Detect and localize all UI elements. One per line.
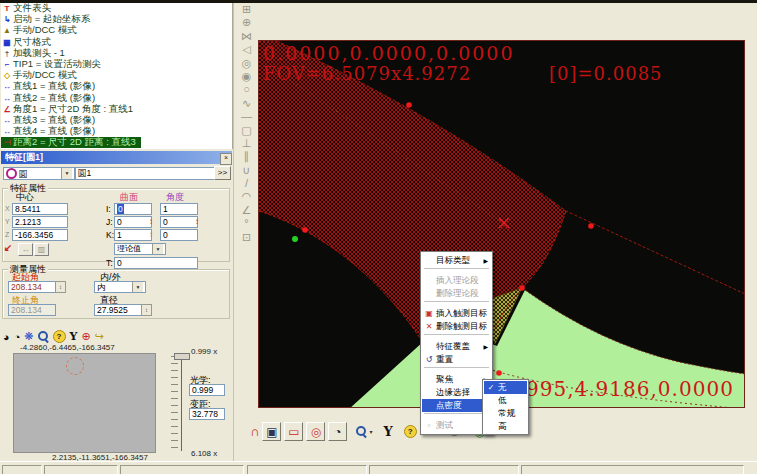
target-list-icon[interactable]: ▥ xyxy=(34,243,49,256)
measurement-viewport[interactable]: 0.0000,0.0000,0.0000 FOV=6.5079x4.9272 [… xyxy=(258,40,745,408)
context-menu-item[interactable]: 插入理论段 xyxy=(422,274,491,287)
vtool-icon[interactable]: ◁ xyxy=(234,43,259,56)
center-z-field[interactable]: -166.3456 xyxy=(12,229,68,241)
t-field[interactable]: 0 xyxy=(114,257,198,269)
measure-mode-icon[interactable]: ↔ xyxy=(18,243,33,256)
context-menu-item[interactable] xyxy=(424,367,489,372)
vector-i1-field[interactable]: 0 xyxy=(114,203,152,215)
camera-icon[interactable]: ▣ xyxy=(262,422,281,441)
zoom-slider-handle[interactable] xyxy=(174,353,190,360)
submenu-item[interactable]: 低 xyxy=(484,394,527,407)
vtool-icon[interactable]: ° xyxy=(234,217,259,230)
context-menu-item[interactable] xyxy=(424,334,489,339)
magnet-icon[interactable]: ∩ xyxy=(250,422,259,442)
context-menu-item[interactable] xyxy=(424,301,489,306)
vtool-icon[interactable]: ◉ xyxy=(234,70,259,83)
vtool-icon[interactable]: ∿ xyxy=(234,97,259,110)
lamp-help-icon[interactable]: ? xyxy=(53,330,66,343)
menu-item-label: 插入触测目标 xyxy=(436,308,487,320)
context-menu-item[interactable] xyxy=(424,413,489,418)
chevron-down-icon[interactable]: ▾ xyxy=(369,428,372,435)
vtool-icon[interactable]: — xyxy=(234,110,259,123)
context-menu-item[interactable]: 删除理论段 xyxy=(422,287,491,300)
vector-k1-field[interactable]: 1 xyxy=(114,229,152,241)
vtool-glyph: ∿ xyxy=(242,97,251,109)
vtool-icon[interactable]: ○ xyxy=(234,83,259,96)
tree-item-icon: ↔ xyxy=(1,82,13,91)
tree-item[interactable]: ⊣ 距离2 = 尺寸 2D 距离 : 直线3 xyxy=(1,137,141,148)
submenu-item[interactable]: 常规 xyxy=(484,407,527,420)
status-cell xyxy=(369,465,519,474)
close-icon[interactable]: × xyxy=(220,153,232,165)
vtool-icon[interactable]: / xyxy=(234,177,259,190)
funnel-icon[interactable]: Y xyxy=(70,330,78,343)
vtool-icon[interactable]: ⊞ xyxy=(234,3,259,16)
diameter-field[interactable]: 27.9525 xyxy=(94,304,146,316)
spinner-icon[interactable]: ↕ xyxy=(149,230,153,239)
vtool-icon[interactable]: ◠ xyxy=(234,190,259,203)
vector-flip-icon[interactable]: ↙ xyxy=(4,242,12,253)
vector-i2-field[interactable]: 1 xyxy=(160,203,198,215)
tree-item-icon: ◇ xyxy=(1,71,13,80)
vector-k2-field[interactable]: 0 xyxy=(160,229,198,241)
vtool-icon[interactable]: ⊕ xyxy=(234,16,259,29)
feature-name-input[interactable]: 圆1 xyxy=(75,167,215,180)
submenu-item[interactable]: 高 xyxy=(484,420,527,433)
vtool-icon[interactable]: ⊥ xyxy=(234,137,259,150)
context-menu-item[interactable]: 特征覆盖 ▶ xyxy=(422,340,491,353)
magnifier-icon[interactable] xyxy=(38,331,49,342)
context-menu-item[interactable]: 聚焦 ▶ xyxy=(422,373,491,386)
vtool-icon[interactable]: ▢ xyxy=(234,124,259,137)
calibration-star-icon[interactable]: ❋ xyxy=(24,330,33,343)
more-button[interactable]: >> xyxy=(214,166,231,180)
context-menu-item[interactable]: ▫ 测试 xyxy=(422,419,491,432)
context-menu-item[interactable]: 边缘选择 ▶ xyxy=(422,386,491,399)
chevron-down-icon[interactable]: ▼ xyxy=(61,168,72,179)
feature-panel-titlebar[interactable]: 特征[圆1] xyxy=(1,151,232,164)
feature-type-combo[interactable]: 圆 ▼ xyxy=(3,167,75,180)
protractor-icon[interactable]: ◔ xyxy=(328,422,347,441)
contrast-light-icon[interactable]: ◔ xyxy=(14,331,21,343)
vtool-icon[interactable]: ∠ xyxy=(234,204,259,217)
inout-dropdown[interactable]: 内 ▼ xyxy=(94,281,146,293)
spinner-icon[interactable]: ↕ xyxy=(195,217,199,226)
context-menu-item[interactable] xyxy=(424,268,489,273)
live-camera-view[interactable] xyxy=(13,353,156,453)
funnel-icon[interactable]: Y xyxy=(383,422,392,442)
vtool-icon[interactable]: ⊡ xyxy=(234,231,259,244)
context-menu-item[interactable]: 目标类型 ▶ xyxy=(422,254,491,267)
vector-j2-field[interactable]: 0 xyxy=(160,216,198,228)
center-y-field[interactable]: 2.1213 xyxy=(12,216,68,228)
vtool-icon[interactable]: ◎ xyxy=(234,57,259,70)
spinner-icon[interactable]: ↕ xyxy=(149,217,153,226)
target-circle-icon[interactable]: ◎ xyxy=(306,422,325,441)
zoom-slider-track[interactable] xyxy=(181,355,182,451)
contrast-dark-icon[interactable]: ◕ xyxy=(3,331,10,343)
optical-field[interactable]: 0.999 xyxy=(189,384,225,396)
magnifier-icon[interactable] xyxy=(356,426,367,437)
theo-dropdown[interactable]: 理论值 ▼ xyxy=(114,243,166,255)
chevron-down-icon[interactable]: ▼ xyxy=(152,244,163,254)
context-menu-item[interactable]: ✕ 删除触测目标 xyxy=(422,320,491,333)
context-menu-item[interactable]: ↺ 重置 xyxy=(422,353,491,366)
vector-j1-field[interactable]: 0 xyxy=(114,216,152,228)
vtool-icon[interactable]: ∥ xyxy=(234,150,259,163)
vtool-icon[interactable]: ∪ xyxy=(234,164,259,177)
submenu-item[interactable]: ✓ 无 xyxy=(484,381,527,394)
center-x-field[interactable]: 8.5411 xyxy=(12,203,68,215)
vtool-icon[interactable]: ⋈ xyxy=(234,30,259,43)
target-icon[interactable]: ⊕ xyxy=(81,330,90,343)
context-menu-item[interactable]: 点密度 ▶ xyxy=(422,399,491,412)
lamp-help-icon[interactable]: ? xyxy=(404,425,417,438)
chevron-down-icon[interactable]: ▼ xyxy=(132,282,143,292)
start-angle-field[interactable]: 208.134 xyxy=(8,281,56,293)
spinner-icon[interactable]: ↕ xyxy=(55,281,66,293)
submenu-item-label: 无 xyxy=(498,382,507,394)
submenu-arrow-icon: ▶ xyxy=(483,257,488,264)
context-menu-item[interactable]: ▣ 插入触测目标 xyxy=(422,307,491,320)
range-field[interactable]: 32.778 xyxy=(189,408,225,420)
return-arrow-icon[interactable]: ↪ xyxy=(95,330,104,343)
selection-box-icon[interactable]: ▭ xyxy=(284,422,303,441)
spinner-icon[interactable]: ↕ xyxy=(141,304,152,316)
tree-item-label: 距离2 = 尺寸 2D 距离 : 直线3 xyxy=(13,136,136,149)
